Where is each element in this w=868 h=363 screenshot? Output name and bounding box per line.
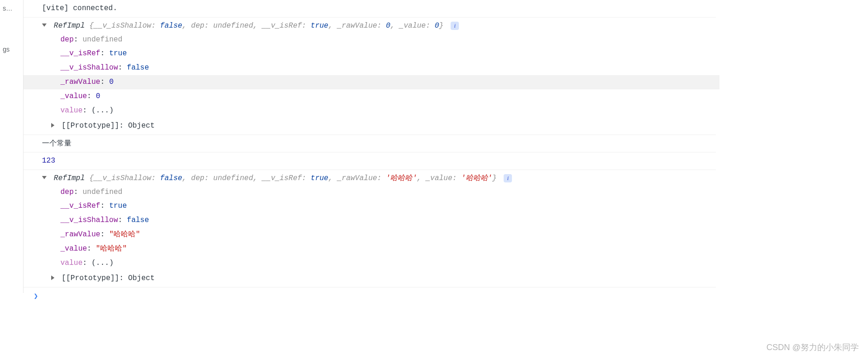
class-name: RefImpl <box>54 174 85 182</box>
object-1-props: dep: undefined __v_isRef: true __v_isSha… <box>24 33 716 118</box>
prop-value[interactable]: _value: 0 <box>60 89 716 104</box>
object-2-props: dep: undefined __v_isRef: true __v_isSha… <box>24 185 716 270</box>
object-preview: {__v_isShallow: false, dep: undefined, _… <box>89 174 501 182</box>
watermark: CSDN @努力的小朱同学 <box>767 340 859 355</box>
info-icon[interactable]: i <box>451 22 459 30</box>
prop-prototype-1[interactable]: [[Prototype]]: Object <box>24 117 716 135</box>
prop-isshallow[interactable]: __v_isShallow: false <box>60 61 716 75</box>
log-number: 123 <box>24 152 716 170</box>
log-object-2-header[interactable]: RefImpl {__v_isShallow: false, dep: unde… <box>24 170 716 185</box>
info-icon[interactable]: i <box>504 174 512 182</box>
chevron-down-icon[interactable] <box>42 176 47 179</box>
log-vite-connected: [vite] connected. <box>24 0 716 18</box>
prop-rawvalue[interactable]: _rawValue: "哈哈哈" <box>60 228 716 242</box>
sidebar-item-2[interactable]: gs <box>0 43 23 56</box>
sidebar-item-1[interactable]: s… <box>0 2 23 15</box>
console-prompt[interactable] <box>24 287 716 293</box>
chevron-down-icon[interactable] <box>42 23 47 27</box>
log-object-1-header[interactable]: RefImpl {__v_isShallow: false, dep: unde… <box>24 18 716 33</box>
prop-isshallow[interactable]: __v_isShallow: false <box>60 213 716 228</box>
prop-isref[interactable]: __v_isRef: true <box>60 47 716 61</box>
log-const-label: 一个常量 <box>24 135 716 152</box>
class-name: RefImpl <box>54 22 85 30</box>
prop-prototype-2[interactable]: [[Prototype]]: Object <box>24 270 716 287</box>
prop-dep[interactable]: dep: undefined <box>60 33 716 47</box>
prop-value-getter[interactable]: value: (...) <box>60 104 716 118</box>
object-preview: {__v_isShallow: false, dep: undefined, _… <box>89 22 448 30</box>
chevron-right-icon[interactable] <box>51 275 54 280</box>
prop-value[interactable]: _value: "哈哈哈" <box>60 242 716 256</box>
prop-isref[interactable]: __v_isRef: true <box>60 199 716 213</box>
prop-value-getter[interactable]: value: (...) <box>60 256 716 270</box>
prop-rawvalue[interactable]: _rawValue: 0 <box>24 75 719 89</box>
console-panel: [vite] connected. RefImpl {__v_isShallow… <box>23 0 716 293</box>
left-sidebar: s… gs <box>0 0 23 56</box>
chevron-right-icon[interactable] <box>51 123 54 128</box>
prop-dep[interactable]: dep: undefined <box>60 185 716 199</box>
